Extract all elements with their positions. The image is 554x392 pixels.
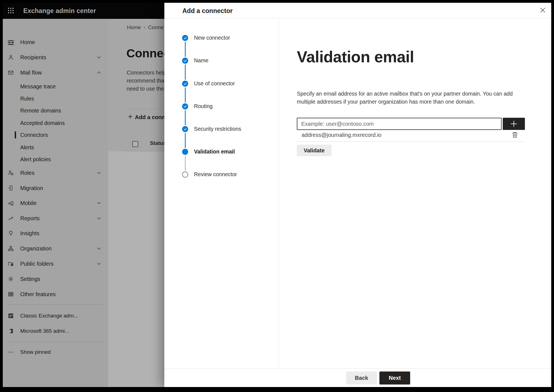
dialog-header-divider	[164, 18, 551, 18]
wizard-step-validation-email[interactable]: Validation email	[164, 146, 275, 158]
step-current-icon	[182, 149, 188, 155]
add-email-button[interactable]	[503, 118, 525, 130]
address-row-divider	[297, 141, 525, 142]
validation-address-row: address@journaling.mxrecord.io	[297, 129, 525, 141]
wizard-step-security-restrictions[interactable]: Security restrictions	[164, 123, 275, 135]
step-check-icon	[182, 35, 188, 41]
trash-icon[interactable]	[511, 131, 519, 139]
step-check-icon	[182, 81, 188, 87]
wizard-step-new-connector[interactable]: New connector	[164, 32, 275, 44]
wizard-step-routing[interactable]: Routing	[164, 100, 275, 112]
back-button[interactable]: Back	[346, 371, 377, 385]
wizard-step-use-of-connector[interactable]: Use of connector	[164, 78, 275, 90]
next-button[interactable]: Next	[379, 371, 410, 385]
step-check-icon	[182, 126, 188, 132]
steps-panel-divider	[279, 18, 279, 368]
step-heading: Validation email	[297, 48, 414, 66]
step-upcoming-icon	[182, 171, 188, 178]
add-connector-dialog: Add a connector New connector Name Use o…	[164, 3, 551, 387]
wizard-step-name[interactable]: Name	[164, 55, 275, 67]
step-check-icon	[182, 103, 188, 109]
exchange-admin-center-app: Exchange admin center Home Recipients Ma…	[3, 3, 551, 387]
step-description: Specify an email address for an active m…	[297, 90, 519, 106]
dialog-footer-divider	[164, 368, 551, 368]
step-check-icon	[182, 58, 188, 64]
email-input[interactable]	[297, 118, 502, 130]
dialog-title: Add a connector	[182, 7, 233, 15]
close-icon[interactable]	[538, 5, 547, 15]
validation-address: address@journaling.mxrecord.io	[302, 132, 381, 138]
validate-button[interactable]: Validate	[297, 145, 331, 156]
wizard-step-review-connector[interactable]: Review connector	[164, 168, 275, 181]
screenshot-frame: Exchange admin center Home Recipients Ma…	[0, 0, 554, 392]
